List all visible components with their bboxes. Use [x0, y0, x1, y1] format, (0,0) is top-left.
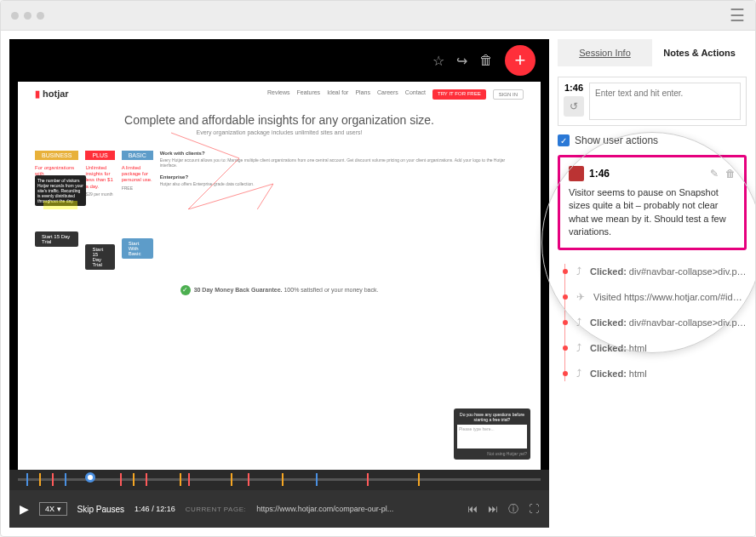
plan-business: BUSINESS For organizations with $29 per …: [35, 151, 78, 270]
chat-foot: Not using Hotjar yet?: [457, 451, 527, 456]
next-icon[interactable]: ⏭: [488, 503, 498, 515]
hero-sub: Every organization package includes unli…: [35, 129, 524, 135]
timeline[interactable]: [9, 470, 549, 490]
plan-price: $29 per month: [85, 191, 114, 197]
edit-icon[interactable]: ✎: [710, 168, 719, 180]
action-item[interactable]: ✈ Visited https://www.hotjar.com/#ideal-…: [558, 284, 747, 310]
visit-icon: ✈: [576, 291, 585, 303]
plan-tag: BUSINESS: [35, 151, 78, 160]
info-icon[interactable]: ⓘ: [508, 502, 518, 517]
note-compose: 1:46 ↺: [558, 77, 747, 126]
nav-item: Features: [297, 89, 321, 100]
window-dots: [11, 12, 44, 20]
hero-title: Complete and affordable insights for any…: [35, 113, 524, 127]
skip-pauses[interactable]: Skip Pauses: [77, 505, 125, 514]
nav-item: Careers: [377, 89, 398, 100]
click-icon: ⤴: [576, 266, 581, 277]
dot: [37, 12, 44, 20]
plan-title: Unlimited insights for less than $1 a da…: [85, 165, 114, 190]
action-list: ⤴ Clicked: div#navbar-collapse>div.pull-…: [558, 259, 747, 386]
dot: [24, 12, 32, 20]
browser-header: ☰: [1, 1, 755, 31]
plan-title: A limited package for personal use.: [122, 165, 153, 184]
tab-notes-actions[interactable]: Notes & Actions: [652, 39, 747, 66]
current-url: https://www.hotjar.com/compare-our-pl...: [256, 505, 457, 513]
time-display: 1:46 / 12:16: [135, 505, 175, 513]
plan-cta: Start 15 Day Trial: [85, 244, 114, 270]
site-logo: ▮ hotjar: [35, 89, 69, 100]
plan-tag: BASIC: [122, 151, 153, 160]
plans: BUSINESS For organizations with $29 per …: [18, 142, 541, 278]
check-icon: ✓: [180, 285, 191, 295]
player-toolbar: ☆ ↪ 🗑 +: [9, 39, 549, 82]
menu-icon[interactable]: ☰: [730, 5, 745, 26]
speed-selector[interactable]: 4X ▾: [39, 502, 67, 516]
sidebar: Session Info Notes & Actions 1:46 ↺ ✓ Sh…: [549, 31, 755, 536]
nav-item: Ideal for: [327, 89, 348, 100]
recorded-page: ▮ hotjar Reviews Features Ideal for Plan…: [18, 82, 541, 470]
note-input[interactable]: [589, 83, 741, 120]
browser-window: ☰ ☆ ↪ 🗑 + ▮ hotjar Reviews Features Idea…: [0, 0, 756, 537]
app: ☆ ↪ 🗑 + ▮ hotjar Reviews Features Ideal …: [1, 31, 755, 536]
fullscreen-icon[interactable]: ⛶: [529, 503, 539, 515]
plan-plus: PLUS Unlimited insights for less than $1…: [85, 151, 114, 270]
site-nav: Reviews Features Ideal for Plans Careers…: [267, 89, 524, 100]
avatar: [569, 166, 584, 181]
plan-cta: Start With Basic: [122, 238, 153, 259]
add-button[interactable]: +: [505, 45, 536, 76]
show-actions-toggle[interactable]: ✓ Show user actions: [558, 134, 747, 146]
compose-time: 1:46: [564, 83, 583, 93]
tab-session-info[interactable]: Session Info: [558, 39, 652, 66]
entry-body: Visitor seems to pause on Snapshot sizes…: [569, 186, 736, 239]
action-item[interactable]: ⤴ Clicked: div#navbar-collapse>div.pull-…: [558, 259, 747, 284]
click-icon: ⤴: [576, 342, 581, 354]
trash-icon[interactable]: 🗑: [479, 53, 493, 68]
chat-head: Do you have any questions before startin…: [457, 412, 527, 422]
share-icon[interactable]: ↪: [456, 53, 467, 69]
action-item[interactable]: ⤴ Clicked: div#navbar-collapse>div.pull-…: [558, 310, 747, 335]
chat-widget: Do you have any questions before startin…: [454, 408, 530, 460]
nav-item: Reviews: [267, 89, 289, 100]
plan-cta: Start 15 Day Trial: [35, 231, 78, 247]
sidebar-tabs: Session Info Notes & Actions: [558, 39, 747, 66]
show-actions-label: Show user actions: [575, 134, 658, 146]
guarantee: ✓30 Day Money Back Guarantee. 100% satis…: [18, 278, 541, 302]
nav-item: Contact: [405, 89, 426, 100]
action-item[interactable]: ⤴ Clicked: html: [558, 361, 747, 386]
click-icon: ⤴: [576, 317, 581, 328]
checkbox-icon[interactable]: ✓: [558, 134, 570, 146]
player-panel: ☆ ↪ 🗑 + ▮ hotjar Reviews Features Ideal …: [9, 39, 549, 528]
site-header: ▮ hotjar Reviews Features Ideal for Plan…: [18, 82, 541, 106]
highlight: [43, 201, 77, 209]
click-icon: ⤴: [576, 368, 581, 380]
current-page-label: CURRENT PAGE:: [186, 506, 247, 513]
clients-h2: Enterprise?: [160, 174, 524, 180]
trash-icon[interactable]: 🗑: [725, 168, 736, 180]
note-entry: 1:46 ✎ 🗑 Visitor seems to pause on Snaps…: [558, 155, 747, 250]
try-free-button: TRY IT FOR FREE: [432, 89, 486, 100]
player-controls: ▶ 4X ▾ Skip Pauses 1:46 / 12:16 CURRENT …: [9, 490, 549, 528]
dot: [11, 12, 19, 20]
recording-viewport: ▮ hotjar Reviews Features Ideal for Plan…: [9, 82, 549, 470]
signin-button: SIGN IN: [493, 89, 524, 100]
prev-icon[interactable]: ⏮: [467, 503, 478, 515]
clients-col: Work with clients? Every Hotjar account …: [160, 151, 524, 270]
plan-basic: BASIC A limited package for personal use…: [122, 151, 153, 270]
clients-h1: Work with clients?: [160, 151, 524, 156]
star-icon[interactable]: ☆: [432, 53, 444, 69]
nav-item: Plans: [355, 89, 370, 100]
history-icon[interactable]: ↺: [564, 96, 584, 117]
hero: Complete and affordable insights for any…: [18, 106, 541, 142]
play-icon[interactable]: ▶: [20, 502, 29, 516]
action-item[interactable]: ⤴ Clicked: html: [558, 335, 747, 361]
entry-time: 1:46: [589, 168, 610, 180]
plan-tag: PLUS: [85, 151, 114, 160]
playhead[interactable]: [85, 472, 95, 483]
chat-body: Please type here...: [457, 425, 527, 448]
